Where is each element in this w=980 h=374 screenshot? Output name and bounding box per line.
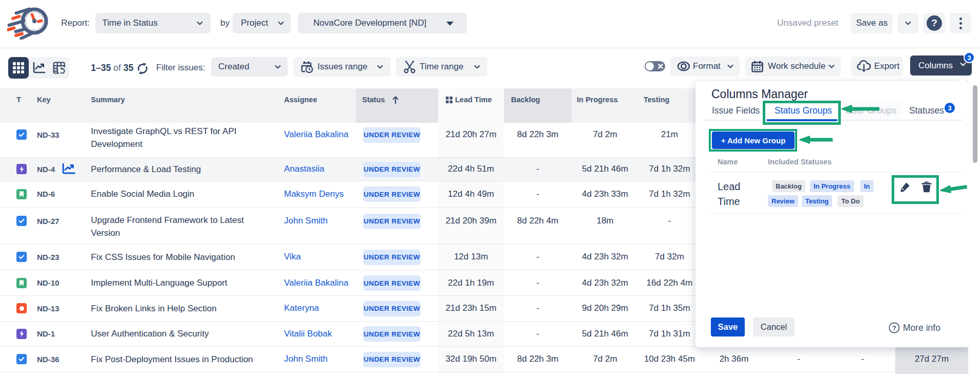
svg-text:?: ? (892, 324, 896, 332)
